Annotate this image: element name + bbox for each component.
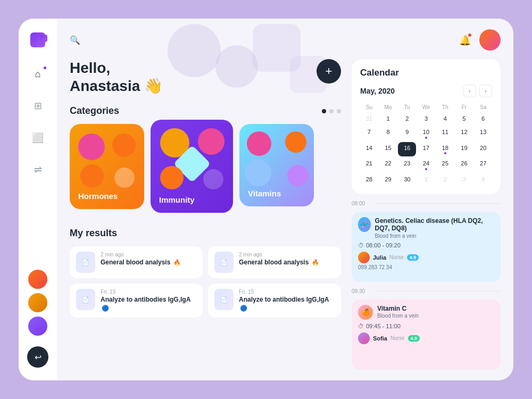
cal-header-fr: Fr [455,103,473,112]
clock-icon: ⏱ [358,242,364,248]
result-title-3: Analyze to antibodies IgG,IgA 🔵 [239,296,335,312]
cal-day-14[interactable]: 14 [360,142,378,156]
event-genetics[interactable]: 🧬 Genetics. Celiac disease (HLA DQ2, DQ7… [352,212,501,282]
calendar-title: Calendar [360,68,492,78]
plus-icon: + [326,64,332,78]
cal-day-6[interactable]: 6 [474,113,492,125]
cal-day-22[interactable]: 22 [379,157,397,172]
cal-day-27[interactable]: 27 [474,157,492,172]
calendar-nav: ‹ › [463,85,492,97]
categories-header: Categories [70,105,341,117]
result-file-icon-1: 📄 [214,252,234,273]
shape [80,164,104,188]
home-icon: ⌂ [35,69,41,80]
cal-day-10[interactable]: 10 [417,126,435,140]
cal-day-next-2[interactable]: 2 [436,173,454,186]
result-item-3[interactable]: 📄 Fri. 15 Analyze to antibodies IgG,IgA … [208,284,341,318]
sidebar-item-home[interactable]: ⌂ [27,63,48,85]
vitamin-title: Vitamin C [377,305,419,312]
shape [114,168,135,188]
user-avatar-2[interactable] [28,293,47,312]
cal-header-we: We [417,103,435,112]
julia-badge: 4.9 [407,254,419,261]
cal-day-next-4[interactable]: 4 [474,173,492,186]
result-file-icon-0: 📄 [76,252,95,273]
cal-day-11[interactable]: 11 [436,126,454,140]
vitamin-icon: 🍊 [358,305,373,320]
cal-day-1[interactable]: 1 [379,113,397,125]
user-avatar-3[interactable] [28,317,47,336]
cal-day-7[interactable]: 7 [360,126,378,140]
header: 🔍 🔔 [70,29,501,51]
shape [198,128,225,155]
user-profile-avatar[interactable] [479,29,501,51]
cal-day-13[interactable]: 13 [474,126,492,140]
app-logo [29,31,46,48]
cal-day-25[interactable]: 25 [436,157,454,172]
result-item-1[interactable]: 📄 2 min ago General blood analysis 🔥 [208,246,341,278]
cal-day-19[interactable]: 19 [455,142,473,156]
cal-day-29[interactable]: 29 [379,173,397,186]
cal-day-21[interactable]: 21 [360,157,378,172]
cal-day-26[interactable]: 26 [455,157,473,172]
cal-header-mo: Mo [379,103,397,112]
cal-day-9[interactable]: 9 [398,126,416,140]
cal-day-20[interactable]: 20 [474,142,492,156]
cal-day-31[interactable]: 31 [360,113,378,125]
calendar-header: May, 2020 ‹ › [360,85,492,97]
genetics-title: Genetics. Celiac disease (HLA DQ2, DQ7, … [375,217,494,232]
sidebar-item-settings[interactable]: ⇌ [27,159,48,180]
category-immunity[interactable]: Immunity [151,120,233,213]
cal-day-12[interactable]: 12 [455,126,473,140]
vitamin-time: 09:45 - 11:00 [366,323,401,329]
category-hormones[interactable]: Hormones [70,124,144,209]
calendar-section: Calendar May, 2020 ‹ › Su Mo Tu We [352,59,501,194]
calendar-prev[interactable]: ‹ [463,85,476,97]
result-title-1: General blood analysis 🔥 [239,259,319,267]
cal-day-28[interactable]: 28 [360,173,378,186]
greeting-text: Hello, Anastasia 👋 [70,59,163,95]
logout-button[interactable]: ↩ [27,346,48,368]
cal-day-18[interactable]: 18 [436,142,454,156]
sidebar-item-grid[interactable]: ⊞ [27,95,48,117]
sofia-badge: 4.8 [408,335,420,342]
result-item-2[interactable]: 📄 Fri. 15 Analyze to antibodies IgG,IgA … [70,284,203,318]
julia-name: Julia [373,254,386,261]
carousel-dot-2[interactable] [329,109,334,113]
sidebar-item-folder[interactable]: ⬜ [27,127,48,148]
search-bar[interactable]: 🔍 [70,35,80,45]
notification-button[interactable]: 🔔 [459,34,471,46]
cal-day-4[interactable]: 4 [436,113,454,125]
time-label-0800: 08:00 [352,201,371,206]
user-avatar-1[interactable] [28,270,47,289]
notification-badge [468,33,472,37]
cal-day-16-today[interactable]: 16 [398,142,416,156]
carousel-dot-1[interactable] [322,109,326,113]
right-panel: Calendar May, 2020 ‹ › Su Mo Tu We [352,59,501,370]
carousel-dot-3[interactable] [337,109,341,113]
cal-day-23[interactable]: 23 [398,157,416,172]
cal-day-2[interactable]: 2 [398,113,416,125]
add-button[interactable]: + [317,59,341,84]
result-item-0[interactable]: 📄 2 min ago General blood analysis 🔥 [70,246,203,278]
cal-day-5[interactable]: 5 [455,113,473,125]
cal-day-24[interactable]: 24 [417,157,435,172]
calendar-next[interactable]: › [479,85,492,97]
vitamin-sub: Blood from a vein [377,313,419,319]
cal-day-30[interactable]: 30 [398,173,416,186]
cal-day-next-3[interactable]: 3 [455,173,473,186]
category-vitamins[interactable]: Vitamins [239,124,314,206]
cal-day-17[interactable]: 17 [417,142,435,156]
sidebar: ⌂ ⊞ ⬜ ⇌ ↩ [19,19,57,380]
cal-day-next-1[interactable]: 1 [417,173,435,186]
event-vitamin-c[interactable]: 🍊 Vitamin C Blood from a vein ⏱ 09:45 - … [352,300,501,370]
shape [203,169,223,189]
cal-day-3[interactable]: 3 [417,113,435,125]
timeline-section: 08:00 🧬 Genetics. Celiac disease (HLA DQ… [352,201,501,370]
cal-header-su: Su [360,103,378,112]
results-title: My results [70,228,117,239]
sofia-role: Nurse [390,335,405,341]
cal-day-8[interactable]: 8 [379,126,397,140]
cal-day-15[interactable]: 15 [379,142,397,156]
shape [247,131,271,156]
